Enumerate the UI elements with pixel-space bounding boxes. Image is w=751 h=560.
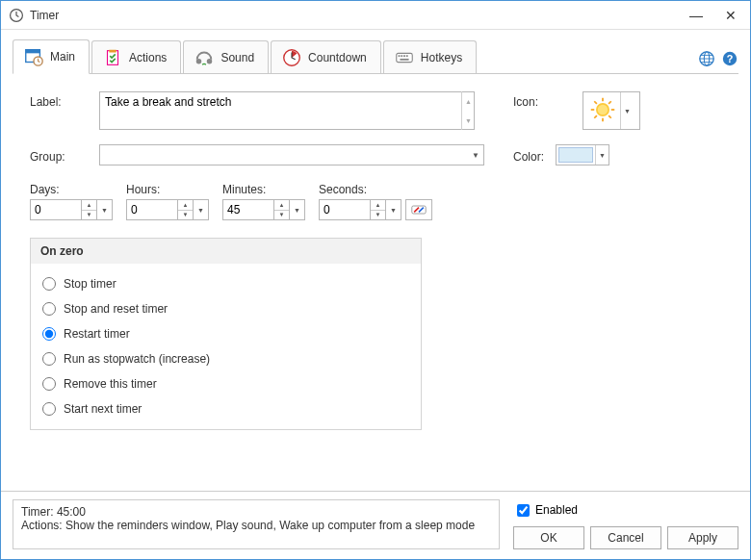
hours-label: Hours: [126,183,209,196]
seconds-input[interactable] [319,199,371,220]
svg-line-28 [609,101,611,104]
svg-line-25 [594,101,597,104]
tab-bar: Main Actions Sound Countdown Hotkeys ? [1,30,750,74]
window-title: Timer [30,9,685,22]
on-zero-group: On zero Stop timer Stop and reset timer … [30,238,422,430]
hours-spinner[interactable]: ▲▼ [178,199,194,220]
days-spinner[interactable]: ▲▼ [82,199,97,220]
radio-stopwatch[interactable] [42,352,56,366]
svg-line-27 [594,115,597,118]
radio-restart-label: Restart timer [64,327,130,341]
tab-countdown-label: Countdown [308,51,367,64]
svg-text:?: ? [727,53,734,64]
tab-main[interactable]: Main [13,39,90,74]
icon-picker[interactable]: ▼ [583,91,640,130]
minimize-button[interactable]: — [685,8,708,23]
radio-stop-label: Stop timer [64,277,117,291]
tab-countdown[interactable]: Countdown [271,40,381,74]
summary-line-1: Timer: 45:00 [21,505,491,519]
cancel-button[interactable]: Cancel [590,526,661,549]
enabled-checkbox[interactable] [517,504,530,517]
hours-input[interactable] [126,199,178,220]
summary-line-2: Actions: Show the reminders window, Play… [21,519,491,532]
tab-hotkeys-label: Hotkeys [421,51,462,64]
titlebar: Timer — ✕ [1,1,750,30]
radio-remove-label: Remove this timer [64,377,157,391]
svg-rect-5 [109,50,116,53]
minutes-dropdown[interactable]: ▼ [290,199,305,220]
radio-stop-reset[interactable] [42,302,56,316]
seconds-dropdown[interactable]: ▼ [386,199,401,220]
tab-hotkeys[interactable]: Hotkeys [383,40,477,74]
radio-remove[interactable] [42,377,56,391]
svg-rect-10 [398,55,400,57]
footer: Timer: 45:00 Actions: Show the reminders… [1,491,750,559]
tab-main-label: Main [50,50,75,64]
svg-line-26 [609,115,611,118]
tab-sound[interactable]: Sound [183,40,269,74]
days-input[interactable] [30,199,82,220]
sun-icon [589,96,616,126]
hours-dropdown[interactable]: ▼ [194,199,209,220]
dialog-window: Timer — ✕ Main Actions Sound Countdown H… [0,0,751,560]
svg-rect-13 [406,55,408,57]
radio-restart[interactable] [42,327,56,341]
color-picker[interactable]: ▼ [556,144,609,165]
svg-rect-11 [401,55,402,57]
help-icon[interactable]: ? [721,50,738,70]
on-zero-heading: On zero [31,239,421,264]
minutes-label: Minutes: [222,183,305,196]
svg-rect-12 [403,55,405,57]
enabled-label: Enabled [535,503,578,517]
days-dropdown[interactable]: ▼ [97,199,113,220]
seconds-spinner[interactable]: ▲▼ [371,199,386,220]
days-label: Days: [30,183,113,196]
summary-box: Timer: 45:00 Actions: Show the reminders… [13,499,500,549]
color-swatch [558,147,593,163]
svg-rect-2 [26,50,40,54]
group-field-label: Group: [30,146,99,164]
radio-stop[interactable] [42,277,56,291]
minutes-spinner[interactable]: ▲▼ [274,199,290,220]
radio-next[interactable] [42,402,56,416]
icon-field-label: Icon: [513,91,583,109]
minutes-input[interactable] [222,199,274,220]
tab-content: Label: ▲▼ Icon: ▼ Group: ▼ Color: ▼ Days… [1,74,750,491]
svg-rect-9 [397,53,413,62]
ok-button[interactable]: OK [513,526,584,549]
tab-actions[interactable]: Actions [91,40,181,74]
radio-stopwatch-label: Run as stopwatch (increase) [64,352,210,366]
group-select[interactable]: ▼ [99,144,484,165]
clear-time-button[interactable] [405,199,432,220]
tab-actions-label: Actions [129,51,167,64]
globe-icon[interactable] [698,50,715,70]
svg-rect-14 [400,59,408,61]
svg-point-7 [207,59,213,64]
label-spinner[interactable]: ▲▼ [461,91,475,130]
svg-rect-29 [412,206,426,214]
label-input[interactable] [99,91,475,130]
app-icon [9,8,24,23]
svg-point-20 [598,104,609,115]
tab-sound-label: Sound [220,51,254,64]
color-field-label: Color: [513,146,556,164]
apply-button[interactable]: Apply [667,526,738,549]
seconds-label: Seconds: [319,183,432,196]
radio-stop-reset-label: Stop and reset timer [64,302,168,316]
svg-point-6 [196,59,202,64]
label-field-label: Label: [30,91,99,109]
close-button[interactable]: ✕ [719,8,742,23]
radio-next-label: Start next timer [64,402,142,416]
